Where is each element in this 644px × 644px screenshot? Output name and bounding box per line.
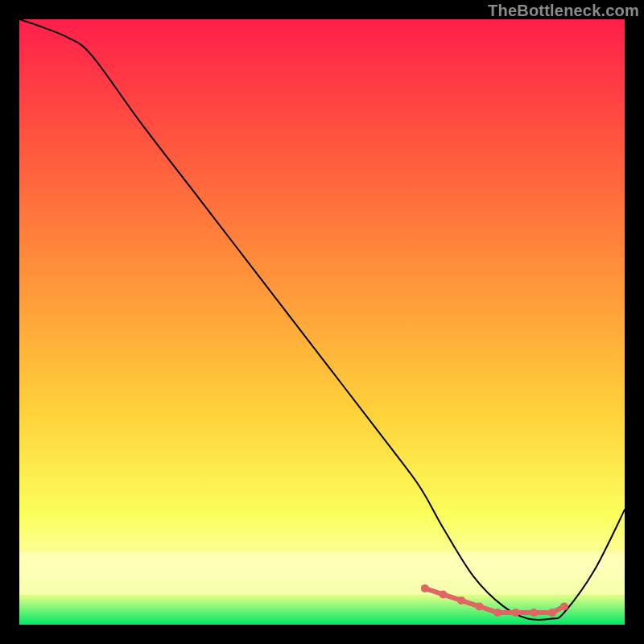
chart-svg (19, 19, 625, 625)
optimal-range-dot (493, 609, 502, 617)
optimal-range-dot (457, 597, 465, 605)
watermark-label: TheBottleneck.com (488, 2, 639, 20)
gradient-background (19, 19, 625, 625)
optimal-range-dot (421, 584, 429, 592)
optimal-range-dot (476, 602, 484, 610)
highlight-band (19, 552, 625, 595)
plot-area (19, 19, 625, 625)
chart-frame: TheBottleneck.com (0, 0, 644, 644)
optimal-range-dot (548, 609, 556, 617)
optimal-range-dot (560, 602, 568, 610)
optimal-range-dot (512, 609, 520, 617)
optimal-range-dot (530, 609, 538, 617)
optimal-range-dot (439, 590, 447, 598)
